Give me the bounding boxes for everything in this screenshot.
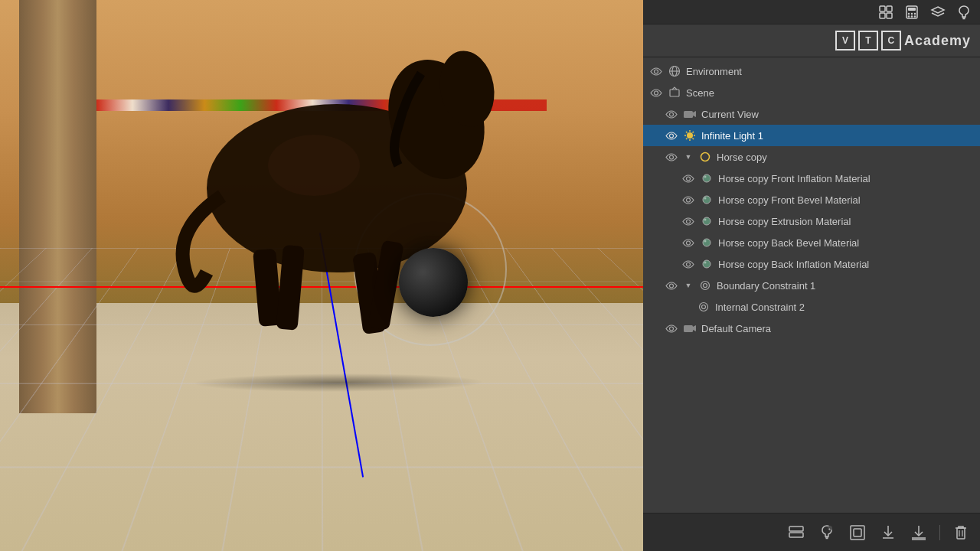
camera-icon-current-view bbox=[683, 107, 697, 121]
svg-rect-11 bbox=[887, 13, 892, 18]
scene-item-horse-back-inflation[interactable]: Horse copy Back Inflation Material bbox=[643, 253, 980, 275]
eye-icon-default-camera[interactable] bbox=[665, 323, 678, 334]
bulb-bottom-icon[interactable]: + bbox=[817, 523, 837, 543]
eye-icon-scene[interactable] bbox=[649, 87, 663, 98]
svg-point-7 bbox=[268, 135, 360, 196]
scene-item-horse-front-inflation[interactable]: Horse copy Front Inflation Material bbox=[643, 168, 980, 189]
svg-marker-70 bbox=[693, 325, 696, 331]
trash-bottom-icon[interactable] bbox=[951, 523, 971, 543]
svg-point-16 bbox=[914, 12, 916, 14]
scene-list[interactable]: Environment Scene bbox=[643, 57, 980, 513]
svg-rect-27 bbox=[670, 90, 679, 96]
scene-label: Scene bbox=[686, 87, 714, 99]
eye-icon-extrusion[interactable] bbox=[681, 216, 695, 227]
bulb-toolbar-icon[interactable] bbox=[956, 4, 972, 21]
light-icon bbox=[683, 129, 697, 142]
svg-marker-30 bbox=[693, 111, 696, 117]
material-icon-extrusion bbox=[700, 214, 714, 228]
eye-icon-infinite-light[interactable] bbox=[665, 130, 678, 141]
horse-back-inflation-label: Horse copy Back Inflation Material bbox=[718, 259, 869, 270]
internal-constraint-label: Internal Constraint 2 bbox=[715, 302, 805, 313]
svg-point-55 bbox=[687, 241, 691, 245]
svg-point-26 bbox=[655, 91, 658, 95]
expand-horse-copy[interactable]: ▼ bbox=[683, 152, 694, 162]
scene-item-horse-extrusion[interactable]: Horse copy Extrusion Material bbox=[643, 210, 980, 232]
download-bottom-icon[interactable] bbox=[878, 523, 898, 543]
scene-item-current-view[interactable]: Current View bbox=[643, 103, 980, 125]
svg-rect-10 bbox=[880, 13, 885, 18]
svg-point-31 bbox=[670, 134, 674, 138]
svg-point-59 bbox=[687, 262, 691, 266]
scene-item-horse-copy[interactable]: ▼ Horse copy bbox=[643, 146, 980, 168]
svg-point-15 bbox=[911, 12, 913, 14]
calculator-toolbar-icon[interactable] bbox=[903, 4, 920, 21]
svg-point-63 bbox=[670, 284, 674, 288]
camera-icon-default bbox=[683, 321, 697, 335]
svg-rect-29 bbox=[684, 111, 693, 118]
viewport bbox=[0, 0, 643, 551]
svg-point-32 bbox=[687, 132, 693, 139]
svg-point-46 bbox=[704, 176, 707, 178]
constraint-inner-icon bbox=[697, 300, 710, 314]
expand-boundary[interactable]: ▼ bbox=[683, 280, 694, 291]
svg-rect-9 bbox=[887, 6, 892, 11]
svg-line-38 bbox=[693, 139, 694, 140]
svg-rect-69 bbox=[684, 325, 693, 332]
boundary-constraint-label: Boundary Constraint 1 bbox=[717, 280, 815, 292]
svg-point-65 bbox=[704, 284, 707, 288]
scene-item-internal-constraint[interactable]: Internal Constraint 2 bbox=[643, 296, 980, 318]
infinite-light-label: Infinite Light 1 bbox=[701, 130, 763, 142]
logo-academy-text: Academy bbox=[904, 33, 971, 49]
svg-point-68 bbox=[670, 327, 674, 331]
svg-point-64 bbox=[701, 282, 710, 290]
vtc-t-box: T bbox=[858, 31, 878, 51]
object-icon-horse bbox=[698, 150, 712, 164]
svg-point-67 bbox=[702, 305, 706, 309]
grid-toolbar-icon[interactable] bbox=[877, 4, 894, 21]
top-toolbar bbox=[643, 0, 980, 24]
scene-item-horse-front-bevel[interactable]: Horse copy Front Bevel Material bbox=[643, 189, 980, 210]
scene-item-default-camera[interactable]: Default Camera bbox=[643, 318, 980, 339]
svg-point-17 bbox=[908, 15, 910, 17]
frame-bottom-icon[interactable] bbox=[848, 523, 867, 543]
scene-item-boundary-constraint[interactable]: ▼ Boundary Constraint 1 bbox=[643, 275, 980, 296]
svg-point-50 bbox=[704, 197, 707, 200]
svg-point-22 bbox=[655, 70, 658, 73]
svg-rect-8 bbox=[880, 6, 885, 11]
scene-item-environment[interactable]: Environment bbox=[643, 60, 980, 82]
layers-toolbar-icon[interactable] bbox=[929, 4, 946, 21]
download-alt-bottom-icon[interactable] bbox=[909, 523, 929, 543]
svg-line-40 bbox=[686, 139, 688, 140]
svg-point-51 bbox=[687, 220, 691, 223]
eye-icon-environment[interactable] bbox=[649, 66, 663, 77]
svg-line-37 bbox=[686, 132, 688, 133]
logo-area: V T C Academy bbox=[643, 24, 980, 57]
eye-icon-back-bevel[interactable] bbox=[681, 237, 695, 248]
material-icon-front-bevel bbox=[700, 193, 714, 207]
eye-icon-current-view[interactable] bbox=[665, 109, 678, 119]
scene-item-scene[interactable]: Scene bbox=[643, 82, 980, 103]
eye-icon-back-inflation[interactable] bbox=[681, 259, 695, 269]
vtc-logo: V T C Academy bbox=[835, 31, 971, 51]
eye-icon-horse-copy[interactable] bbox=[665, 152, 678, 162]
svg-point-14 bbox=[908, 12, 910, 14]
svg-point-47 bbox=[687, 198, 691, 202]
eye-icon-front-inflation[interactable] bbox=[681, 173, 695, 184]
svg-point-28 bbox=[670, 112, 674, 116]
svg-point-54 bbox=[704, 219, 707, 221]
scene-item-horse-back-bevel[interactable]: Horse copy Back Bevel Material bbox=[643, 232, 980, 253]
horse-front-bevel-label: Horse copy Front Bevel Material bbox=[718, 194, 861, 206]
svg-rect-77 bbox=[851, 526, 864, 540]
vtc-v-box: V bbox=[835, 31, 855, 51]
layers-bottom-icon[interactable] bbox=[786, 523, 806, 543]
svg-point-18 bbox=[911, 15, 913, 17]
material-icon-front-inflation bbox=[700, 171, 714, 185]
eye-icon-boundary[interactable] bbox=[665, 280, 678, 291]
svg-text:+: + bbox=[828, 526, 831, 530]
horse-silhouette bbox=[161, 28, 544, 441]
material-icon-back-bevel bbox=[700, 236, 714, 249]
scene-item-infinite-light-1[interactable]: Infinite Light 1 bbox=[643, 125, 980, 146]
vtc-c-box: C bbox=[881, 31, 901, 51]
default-camera-label: Default Camera bbox=[701, 323, 771, 334]
eye-icon-front-bevel[interactable] bbox=[681, 194, 695, 205]
